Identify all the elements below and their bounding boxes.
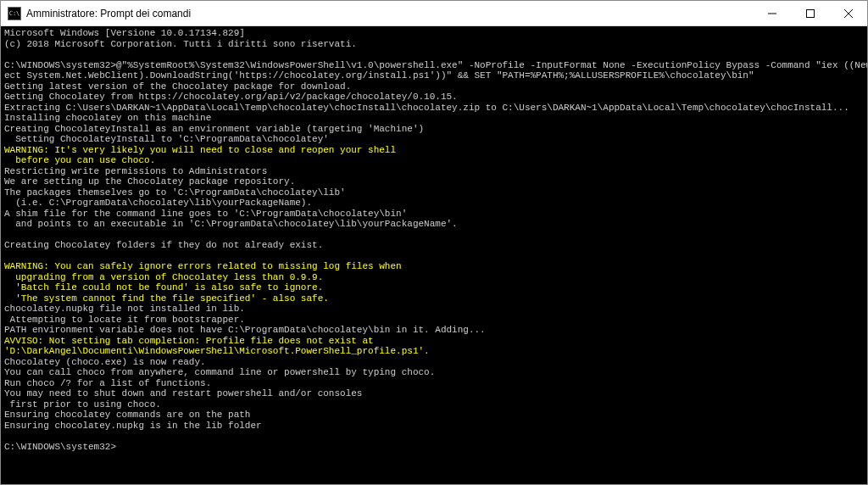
minimize-button[interactable]: [753, 1, 791, 25]
close-button[interactable]: [829, 1, 867, 25]
terminal-line: 'Batch file could not be found' is also …: [4, 282, 864, 293]
window-controls: [753, 1, 867, 25]
terminal-line: Installing chocolatey on this machine: [4, 113, 864, 124]
terminal-line: You can call choco from anywhere, comman…: [4, 367, 864, 378]
terminal-line: ect System.Net.WebClient).DownloadString…: [4, 70, 864, 81]
terminal-line: We are setting up the Chocolatey package…: [4, 176, 864, 187]
terminal-line: AVVISO: Not setting tab completion: Prof…: [4, 336, 864, 347]
cmd-icon: C:\: [8, 7, 21, 20]
terminal-line: Ensuring chocolatey.nupkg is in the lib …: [4, 421, 864, 432]
svg-rect-1: [806, 9, 814, 17]
terminal-line: [4, 431, 864, 442]
terminal-line: The packages themselves go to 'C:\Progra…: [4, 187, 864, 198]
terminal-line: [4, 251, 864, 262]
terminal-line: 'D:\DarkAngel\Documenti\WindowsPowerShel…: [4, 346, 864, 357]
terminal-line: Creating ChocolateyInstall as an environ…: [4, 124, 864, 135]
terminal-line: first prior to using choco.: [4, 399, 864, 410]
terminal-line: (c) 2018 Microsoft Corporation. Tutti i …: [4, 39, 864, 50]
minimize-icon: [768, 9, 776, 18]
terminal-line: Getting Chocolatey from https://chocolat…: [4, 92, 864, 103]
terminal-line: C:\WINDOWS\system32>@"%SystemRoot%\Syste…: [4, 60, 864, 71]
close-icon: [844, 9, 853, 18]
terminal-line: PATH environment variable does not have …: [4, 325, 864, 336]
terminal-line: upgrading from a version of Chocolatey l…: [4, 272, 864, 283]
terminal-prompt[interactable]: C:\WINDOWS\system32>: [4, 442, 864, 453]
terminal-line: and points to an executable in 'C:\Progr…: [4, 219, 864, 230]
terminal-line: [4, 230, 864, 241]
terminal-line: WARNING: It's very likely you will need …: [4, 145, 864, 156]
terminal-line: Getting latest version of the Chocolatey…: [4, 81, 864, 92]
terminal-output[interactable]: Microsoft Windows [Versione 10.0.17134.8…: [1, 26, 867, 484]
maximize-icon: [806, 9, 815, 18]
terminal-line: before you can use choco.: [4, 155, 864, 166]
terminal-line: chocolatey.nupkg file not installed in l…: [4, 304, 864, 315]
terminal-line: Run choco /? for a list of functions.: [4, 378, 864, 389]
maximize-button[interactable]: [791, 1, 829, 25]
terminal-line: Extracting C:\Users\DARKAN~1\AppData\Loc…: [4, 103, 864, 114]
terminal-line: WARNING: You can safely ignore errors re…: [4, 261, 864, 272]
terminal-line: You may need to shut down and restart po…: [4, 388, 864, 399]
terminal-line: A shim file for the command line goes to…: [4, 209, 864, 220]
command-prompt-window: C:\ Amministratore: Prompt dei comandi M…: [0, 0, 868, 485]
terminal-line: Creating Chocolatey folders if they do n…: [4, 240, 864, 251]
terminal-line: Microsoft Windows [Versione 10.0.17134.8…: [4, 28, 864, 39]
terminal-line: 'The system cannot find the file specifi…: [4, 293, 864, 304]
terminal-line: Attempting to locate it from bootstrappe…: [4, 315, 864, 326]
window-title: Amministratore: Prompt dei comandi: [26, 8, 753, 20]
terminal-line: [4, 49, 864, 60]
titlebar[interactable]: C:\ Amministratore: Prompt dei comandi: [1, 1, 867, 26]
terminal-line: (i.e. C:\ProgramData\chocolatey\lib\your…: [4, 198, 864, 209]
terminal-line: Setting ChocolateyInstall to 'C:\Program…: [4, 134, 864, 145]
terminal-line: Restricting write permissions to Adminis…: [4, 166, 864, 177]
terminal-line: Ensuring chocolatey commands are on the …: [4, 410, 864, 421]
terminal-line: Chocolatey (choco.exe) is now ready.: [4, 357, 864, 368]
